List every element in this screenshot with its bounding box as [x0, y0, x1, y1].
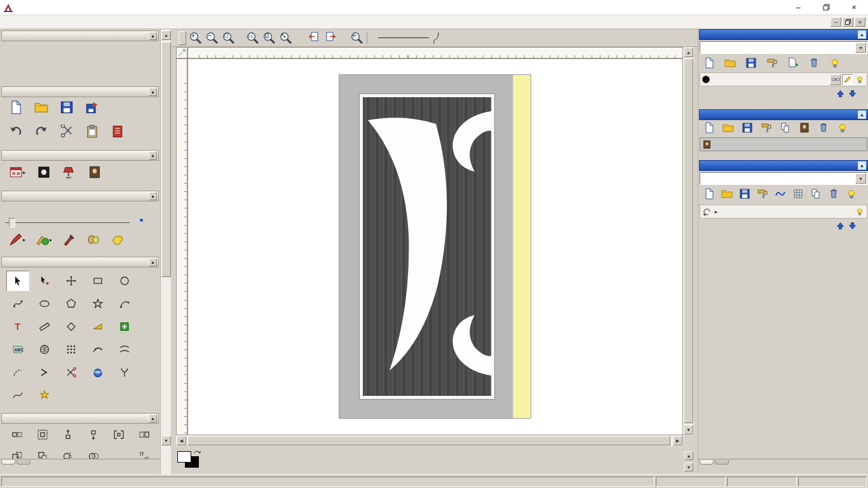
ruler-origin-box[interactable]: [176, 47, 187, 58]
layer-link-button[interactable]: [830, 74, 841, 85]
adjust-model-button[interactable]: [37, 165, 51, 179]
move-relief-down-button[interactable]: [848, 221, 857, 231]
primary-secondary-colours[interactable]: [177, 450, 201, 470]
dropdown-arrow-icon[interactable]: ▼: [855, 173, 866, 184]
view-3d-button[interactable]: [179, 31, 186, 45]
star-tool[interactable]: [86, 294, 109, 314]
cut-button[interactable]: [60, 125, 74, 139]
smooth-relief-button[interactable]: [775, 188, 786, 200]
layer-visibility-button[interactable]: [854, 74, 865, 85]
vector-tools-header[interactable]: ▲: [1, 257, 159, 268]
toggle-relief-visibility-button[interactable]: [846, 188, 857, 200]
sheet-selector[interactable]: ▼: [700, 41, 867, 54]
brush-slider-handle[interactable]: [9, 218, 15, 227]
toggle-bitmap-visibility-button[interactable]: [837, 122, 848, 133]
scroll-thumb[interactable]: [161, 42, 171, 277]
next-view-button[interactable]: [325, 31, 339, 45]
bitmaps-header[interactable]: ▲: [699, 109, 868, 120]
assistant-scrollbar[interactable]: ▲ ▼: [160, 29, 171, 474]
swap-colours-icon[interactable]: [193, 449, 201, 456]
arc-tool[interactable]: [113, 294, 136, 314]
door-artwork[interactable]: [339, 75, 531, 418]
measure-tool[interactable]: [33, 316, 56, 337]
transform-vectors-tool[interactable]: [60, 271, 83, 291]
merge-bitmap-button[interactable]: [761, 122, 772, 133]
wrap-vectors-tool[interactable]: [33, 339, 56, 360]
collapse-button[interactable]: ▲: [858, 30, 866, 39]
primary-colour-chip[interactable]: [177, 451, 191, 463]
section-profile-tool[interactable]: [6, 385, 29, 405]
reliefs-header[interactable]: ▲: [699, 160, 868, 171]
extrude-tool[interactable]: [86, 362, 109, 383]
ellipse-tool[interactable]: [33, 294, 56, 314]
new-model-button[interactable]: [9, 100, 23, 114]
merge-layers-button[interactable]: [766, 57, 778, 69]
blend-vectors-tool[interactable]: [113, 339, 136, 360]
text-tool[interactable]: T: [6, 316, 29, 337]
set-model-size-button[interactable]: ▸: [9, 165, 25, 179]
align-centre-tool[interactable]: [32, 426, 53, 444]
brush-slider-track[interactable]: [5, 222, 130, 223]
polyline-tool[interactable]: [6, 294, 29, 314]
tab-layers[interactable]: [700, 460, 714, 464]
scroll-down-button[interactable]: ▼: [684, 425, 693, 435]
text-block-tool[interactable]: ABC: [6, 339, 29, 360]
mdi-restore-button[interactable]: [843, 17, 853, 27]
ungroup-vectors-tool[interactable]: [133, 426, 155, 444]
restore-button[interactable]: [812, 0, 840, 15]
colour-picker-button[interactable]: ▸: [36, 233, 52, 247]
palette-down-button[interactable]: ▼: [684, 463, 693, 471]
export-model-button[interactable]: [85, 100, 99, 114]
subtract-vectors-tool[interactable]: [32, 447, 53, 459]
open-relief-layer-button[interactable]: [721, 188, 733, 200]
save-relief-layer-button[interactable]: [739, 188, 750, 200]
distribute-tool[interactable]: [133, 447, 155, 459]
paste-block-tool[interactable]: [113, 316, 136, 337]
zoom-box-button[interactable]: [222, 31, 236, 45]
paste-button[interactable]: [85, 125, 99, 139]
open-model-button[interactable]: [34, 100, 48, 114]
slice-vectors-tool[interactable]: [57, 447, 79, 459]
collapse-button[interactable]: ▲: [858, 161, 866, 170]
group-vectors-tool[interactable]: [108, 426, 130, 444]
lighting-button[interactable]: [62, 165, 76, 179]
collapse-button[interactable]: ▲: [149, 258, 157, 266]
line-style-preview[interactable]: [378, 37, 429, 38]
circle-tool[interactable]: [113, 271, 136, 291]
collapse-button[interactable]: ▲: [149, 88, 157, 96]
collapse-button[interactable]: ▲: [149, 151, 157, 159]
bitmap-tools-header[interactable]: ▲: [1, 191, 159, 201]
notes-button[interactable]: [111, 125, 125, 139]
scroll-left-button[interactable]: ◀: [177, 436, 186, 445]
relief-layer-row[interactable]: ▸: [700, 205, 867, 219]
tab-toolpaths[interactable]: [17, 460, 31, 464]
zoom-in-button[interactable]: [189, 31, 203, 45]
tab-addin[interactable]: [715, 460, 729, 464]
new-vector-layer-button[interactable]: [703, 57, 715, 69]
node-editing-tool[interactable]: [33, 271, 56, 291]
move-relief-up-button[interactable]: [836, 221, 845, 231]
align-left-tool[interactable]: [6, 426, 28, 444]
move-layer-down-button[interactable]: [848, 89, 857, 98]
scroll-thumb[interactable]: [684, 58, 693, 423]
fillet-tool[interactable]: [86, 316, 109, 337]
relief-selector[interactable]: ▼: [700, 172, 867, 185]
vector-layer-row[interactable]: [700, 72, 867, 86]
draw-tool-button[interactable]: [62, 233, 76, 247]
align-bottom-tool[interactable]: [83, 426, 104, 444]
align-top-tool[interactable]: [57, 426, 79, 444]
undo-button[interactable]: [9, 125, 23, 139]
calculate-relief-button[interactable]: [792, 188, 804, 200]
canvas-h-scrollbar[interactable]: ◀ ▶: [176, 435, 683, 446]
scroll-right-button[interactable]: ▶: [673, 436, 682, 445]
palette-up-button[interactable]: ▲: [684, 451, 693, 460]
layer-edit-button[interactable]: [842, 74, 853, 85]
trim-vectors-tool[interactable]: [60, 362, 83, 383]
layer-colour-swatch[interactable]: [702, 76, 710, 83]
scroll-up-button[interactable]: ▲: [161, 30, 171, 40]
minimize-button[interactable]: –: [784, 0, 812, 15]
collapse-button[interactable]: ▲: [149, 414, 157, 423]
vectors-header[interactable]: ▲: [699, 29, 868, 40]
zoom-previous-button[interactable]: [350, 31, 364, 45]
layer-visibility-button[interactable]: [854, 207, 865, 217]
